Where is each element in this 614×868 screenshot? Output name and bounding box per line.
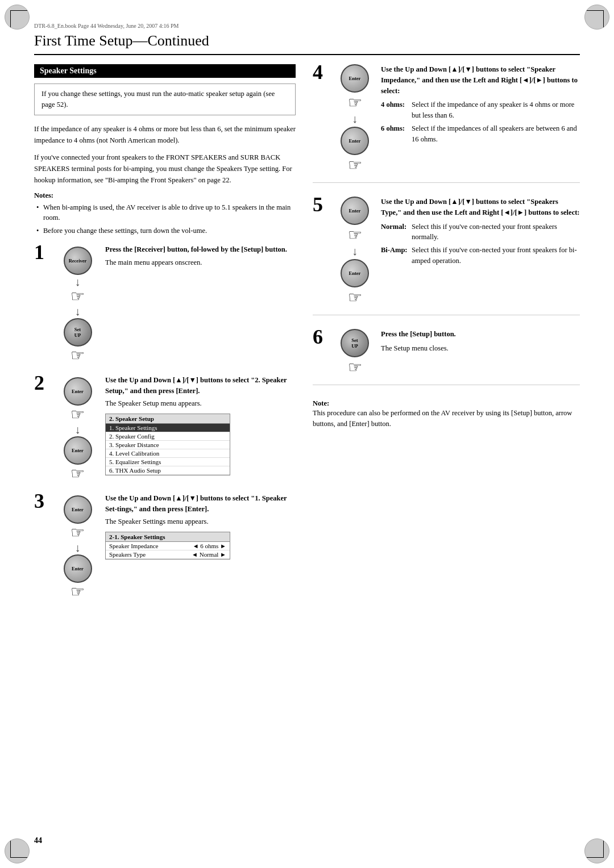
notes-list: When bi-amping is used, the AV receiver … [34,202,296,236]
body-text-1: If the impedance of any speaker is 4 ohm… [34,123,296,146]
menu-row-3-1: Speaker Impedance◄ 6 ohms ► [106,542,230,550]
step-4-icons: Enter ☞ ↓ Enter ☞ [338,64,372,173]
step-5-text-1: Select this if you've con-nected your fr… [412,222,580,243]
setup-button-6[interactable]: SetUP [341,329,369,357]
step-5-text-2: Select this if you've con-nected your fr… [412,245,580,266]
step-5: 5 Enter ☞ ↓ Enter ☞ Use the Up and Down … [313,197,580,315]
hand-icon-11: ☞ [348,360,362,375]
enter-button-4a[interactable]: Enter [341,64,369,93]
step-4-item-1: 4 ohms: Select if the impedance of any s… [381,99,580,121]
step-4-title: Use the Up and Down [▲]/[▼] buttons to s… [381,64,580,96]
page-title: First Time Setup—Continued [34,32,580,55]
step-4-content: Use the Up and Down [▲]/[▼] buttons to s… [381,64,580,173]
hand-icon-8: ☞ [348,157,362,173]
note-label: Note: [313,399,329,407]
note-text: This procedure can also be performed on … [313,408,580,429]
right-column: 4 Enter ☞ ↓ Enter ☞ Use the Up and Down … [313,64,580,611]
step-2-icons: Enter ☞ ↓ Enter ☞ [59,375,96,482]
enter-button-2b[interactable]: Enter [64,436,92,465]
step-6-title: Press the [Setup] button. [381,329,580,340]
step-5-item-1: Normal: Select this if you've con-nected… [381,222,580,243]
corner-mark-bl [10,841,27,858]
step-1-icons: Receiver ↓ ☞ ↓ SetUP ☞ [59,244,96,364]
step-3-content: Use the Up and Down [▲]/[▼] buttons to s… [105,493,296,560]
step-6: 6 SetUP ☞ Press the [Setup] button. The … [313,329,580,385]
step-1-title: Press the [Receiver] button, fol-lowed b… [105,244,296,255]
step-6-icons: SetUP ☞ [338,329,372,375]
menu-row-2-2: 2. Speaker Config [106,432,230,441]
step-4-text-2: Select if the impedances of all speakers… [412,123,580,145]
step-1-content: Press the [Receiver] button, fol-lowed b… [105,244,296,268]
step-6-number: 6 [313,327,329,375]
enter-button-2a[interactable]: Enter [64,377,92,406]
step-3-icons: Enter ☞ ↓ Enter ☞ [59,493,96,600]
hand-icon-1: ☞ [70,289,85,304]
info-box: If you change these settings, you must r… [34,84,296,115]
page-number: 44 [34,836,42,845]
step-5-title: Use the Up and Down [▲]/[▼] buttons to s… [381,197,580,218]
arrow-down-4: ↓ [75,542,81,553]
step-2-number: 2 [34,373,50,393]
corner-mark-br [587,841,604,858]
arrow-down-1: ↓ [75,276,81,287]
step-3-body: The Speaker Settings menu appears. [105,516,296,527]
note-item-1: When bi-amping is used, the AV receiver … [34,202,296,224]
step-1: 1 Receiver ↓ ☞ ↓ SetUP ☞ Press the [Rece… [34,244,296,364]
step-3-number: 3 [34,491,50,511]
step-1-number: 1 [34,242,50,262]
step-2-body: The Speaker Setup menu appears. [105,398,296,409]
step-5-number: 5 [313,194,329,306]
body-text-2: If you've connected your front speakers … [34,152,296,186]
enter-button-5b[interactable]: Enter [341,259,369,287]
step-5-label-1: Normal: [381,222,409,243]
speaker-setup-menu: 2. Speaker Setup 1. Speaker Settings 2. … [105,414,230,475]
menu-row-2-3: 3. Speaker Distance [106,441,230,449]
hand-icon-2: ☞ [70,348,85,364]
hand-icon-6: ☞ [70,584,85,600]
step-4-label-1: 4 ohms: [381,99,409,121]
page-title-main: First Time Setup [34,32,132,49]
step-2: 2 Enter ☞ ↓ Enter ☞ Use the Up and Down … [34,375,296,482]
menu-row-2-4: 4. Level Calibration [106,449,230,458]
note-box: Note: This procedure can also be perform… [313,399,580,429]
step-5-item-2: Bi-Amp: Select this if you've con-nected… [381,245,580,266]
corner-mark-tl [10,10,27,27]
hand-icon-4: ☞ [70,466,85,482]
doc-header: DTR-6.8_En.book Page 44 Wednesday, June … [34,23,580,29]
speaker-settings-menu: 2-1. Speaker Settings Speaker Impedance◄… [105,532,230,560]
main-content: Speaker Settings If you change these set… [34,64,580,611]
step-2-content: Use the Up and Down [▲]/[▼] buttons to s… [105,375,296,475]
left-column: Speaker Settings If you change these set… [34,64,296,611]
step-5-content: Use the Up and Down [▲]/[▼] buttons to s… [381,197,580,306]
receiver-button[interactable]: Receiver [64,247,92,275]
step-1-body: The main menu appears onscreen. [105,257,296,268]
corner-mark-tr [587,10,604,27]
step-5-label-2: Bi-Amp: [381,245,409,266]
step-6-body: The Setup menu closes. [381,343,580,354]
note-item-2: Before you change these settings, turn d… [34,226,296,236]
hand-icon-9: ☞ [348,227,362,243]
menu-row-3-2: Speakers Type◄ Normal ► [106,550,230,559]
arrow-down-3: ↓ [75,424,81,435]
step-3: 3 Enter ☞ ↓ Enter ☞ Use the Up and Down … [34,493,296,600]
enter-button-3a[interactable]: Enter [64,495,92,524]
setup-button-1[interactable]: SetUP [64,318,92,347]
arrow-down-6: ↓ [352,245,358,257]
step-4-label-2: 6 ohms: [381,123,409,145]
hand-icon-7: ☞ [348,95,362,111]
menu-row-2-5: 5. Equalizer Settings [106,458,230,466]
menu-row-2-6: 6. THX Audio Setup [106,466,230,475]
step-3-title: Use the Up and Down [▲]/[▼] buttons to s… [105,493,296,515]
notes-heading: Notes: [34,191,296,200]
enter-button-3b[interactable]: Enter [64,554,92,583]
arrow-down-2: ↓ [75,306,81,317]
step-4-item-2: 6 ohms: Select if the impedances of all … [381,123,580,145]
hand-icon-10: ☞ [348,290,362,306]
arrow-down-5: ↓ [352,113,358,124]
section-heading: Speaker Settings [34,64,296,78]
step-5-icons: Enter ☞ ↓ Enter ☞ [338,197,372,306]
menu-row-2-1: 1. Speaker Settings [106,424,230,432]
enter-button-4b[interactable]: Enter [341,127,369,155]
page: DTR-6.8_En.book Page 44 Wednesday, June … [0,0,614,868]
enter-button-5a[interactable]: Enter [341,197,369,225]
